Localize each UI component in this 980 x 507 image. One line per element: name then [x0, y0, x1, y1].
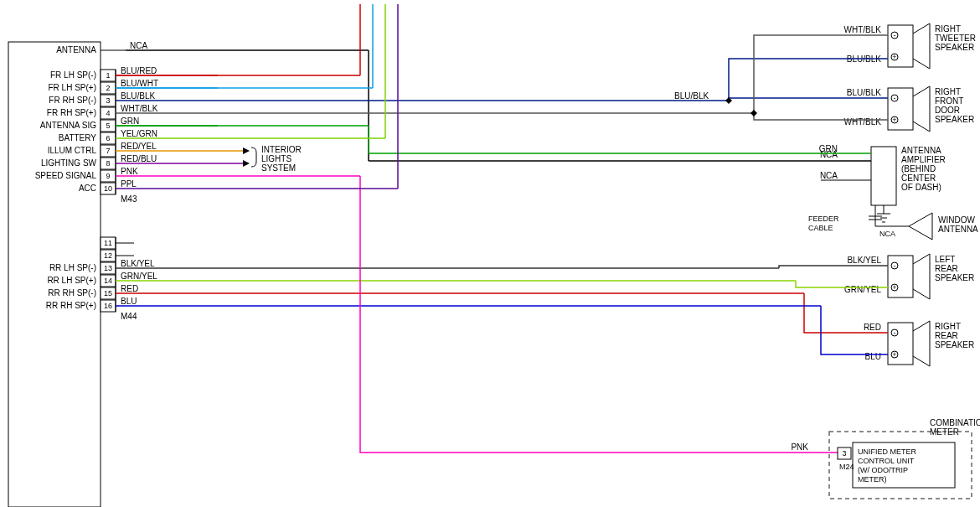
svg-text:ANTENNA SIG: ANTENNA SIG: [40, 121, 96, 130]
svg-text:RR RH SP(-): RR RH SP(-): [48, 288, 96, 297]
svg-text:BLU/WHT: BLU/WHT: [121, 79, 158, 88]
svg-text:RED/YEL: RED/YEL: [121, 142, 157, 151]
svg-text:-: -: [894, 329, 896, 337]
svg-text:FR LH SP(-): FR LH SP(-): [50, 70, 96, 80]
svg-text:BLU/BLK: BLU/BLK: [674, 91, 709, 101]
svg-text:14: 14: [104, 277, 112, 285]
svg-text:PPL: PPL: [121, 179, 137, 189]
svg-text:BATTERY: BATTERY: [59, 133, 97, 142]
svg-text:RR LH SP(-): RR LH SP(-): [49, 263, 96, 272]
svg-text:ANTENNA: ANTENNA: [56, 45, 96, 54]
svg-text:M24: M24: [839, 463, 854, 471]
svg-text:+: +: [892, 116, 896, 124]
svg-text:3: 3: [842, 449, 846, 458]
svg-text:GRN/YEL: GRN/YEL: [844, 285, 881, 294]
svg-text:5: 5: [106, 122, 110, 130]
svg-text:9: 9: [106, 172, 110, 180]
svg-text:+: +: [892, 283, 896, 292]
svg-text:11: 11: [104, 239, 112, 247]
svg-text:NCA: NCA: [879, 230, 895, 238]
svg-text:FR RH SP(-): FR RH SP(-): [49, 96, 96, 105]
svg-text:PNK: PNK: [791, 442, 808, 452]
svg-text:GRN: GRN: [819, 144, 838, 153]
svg-text:WHT/BLK: WHT/BLK: [844, 117, 882, 127]
svg-text:BLU/RED: BLU/RED: [121, 66, 157, 75]
svg-text:FR LH SP(+): FR LH SP(+): [48, 83, 96, 92]
svg-text:7: 7: [106, 147, 110, 155]
svg-text:ACC: ACC: [79, 184, 96, 193]
svg-text:16: 16: [104, 302, 112, 310]
svg-text:M44: M44: [121, 312, 137, 321]
svg-text:2: 2: [106, 84, 110, 92]
svg-text:BLK/YEL: BLK/YEL: [847, 256, 881, 265]
svg-text:LEFTREARSPEAKER: LEFTREARSPEAKER: [935, 255, 974, 282]
svg-text:8: 8: [106, 159, 110, 168]
svg-text:BLU/BLK: BLU/BLK: [121, 91, 155, 101]
svg-text:RR LH SP(+): RR LH SP(+): [47, 276, 96, 285]
svg-rect-98: [871, 147, 896, 205]
svg-text:PNK: PNK: [121, 167, 138, 176]
svg-text:RIGHTREARSPEAKER: RIGHTREARSPEAKER: [935, 322, 974, 349]
svg-text:RR RH SP(+): RR RH SP(+): [46, 301, 96, 310]
wiring-diagram: NCAANTENNA1FR LH SP(-)BLU/RED2FR LH SP(+…: [0, 0, 980, 507]
svg-text:-: -: [894, 261, 896, 270]
svg-text:BLU: BLU: [121, 297, 137, 306]
svg-text:10: 10: [104, 184, 112, 193]
svg-text:RED: RED: [121, 284, 138, 293]
svg-text:RED: RED: [864, 323, 881, 332]
svg-text:NCA: NCA: [130, 41, 147, 50]
svg-text:-: -: [894, 31, 896, 39]
svg-text:SPEED SIGNAL: SPEED SIGNAL: [35, 171, 97, 180]
svg-text:RIGHTFRONTDOORSPEAKER: RIGHTFRONTDOORSPEAKER: [935, 87, 974, 124]
svg-text:GRN: GRN: [121, 116, 139, 126]
svg-text:WHT/BLK: WHT/BLK: [844, 25, 882, 34]
svg-text:12: 12: [104, 251, 112, 260]
svg-text:M43: M43: [121, 194, 137, 204]
svg-text:YEL/GRN: YEL/GRN: [121, 129, 157, 138]
svg-text:6: 6: [106, 134, 110, 142]
svg-text:BLU: BLU: [865, 352, 881, 361]
svg-text:WHT/BLK: WHT/BLK: [121, 104, 158, 113]
svg-text:15: 15: [104, 289, 112, 297]
svg-text:ILLUM CTRL: ILLUM CTRL: [48, 146, 97, 155]
svg-text:13: 13: [104, 264, 112, 272]
svg-text:3: 3: [106, 96, 110, 105]
svg-text:+: +: [892, 350, 896, 359]
svg-text:FR RH SP(+): FR RH SP(+): [47, 108, 96, 117]
svg-text:FEEDERCABLE: FEEDERCABLE: [808, 215, 839, 232]
svg-text:GRN/YEL: GRN/YEL: [121, 272, 157, 281]
svg-text:NCA: NCA: [820, 171, 838, 180]
svg-text:INTERIORLIGHTSSYSTEM: INTERIORLIGHTSSYSTEM: [261, 145, 302, 173]
svg-text:WINDOWANTENNA: WINDOWANTENNA: [938, 215, 978, 234]
svg-text:RED/BLU: RED/BLU: [121, 154, 157, 163]
svg-text:COMBINATIONMETER: COMBINATIONMETER: [930, 418, 980, 437]
svg-text:BLU/BLK: BLU/BLK: [847, 88, 881, 97]
svg-text:BLK/YEL: BLK/YEL: [121, 259, 155, 268]
svg-text:-: -: [894, 94, 896, 102]
svg-text:ANTENNAAMPLIFIER(BEHINDCENTERO: ANTENNAAMPLIFIER(BEHINDCENTEROF DASH): [901, 146, 946, 192]
svg-text:4: 4: [106, 109, 110, 117]
svg-text:+: +: [892, 53, 896, 61]
svg-text:LIGHTING SW: LIGHTING SW: [41, 158, 97, 168]
svg-text:1: 1: [106, 71, 110, 80]
svg-text:RIGHTTWEETERSPEAKER: RIGHTTWEETERSPEAKER: [935, 24, 976, 52]
